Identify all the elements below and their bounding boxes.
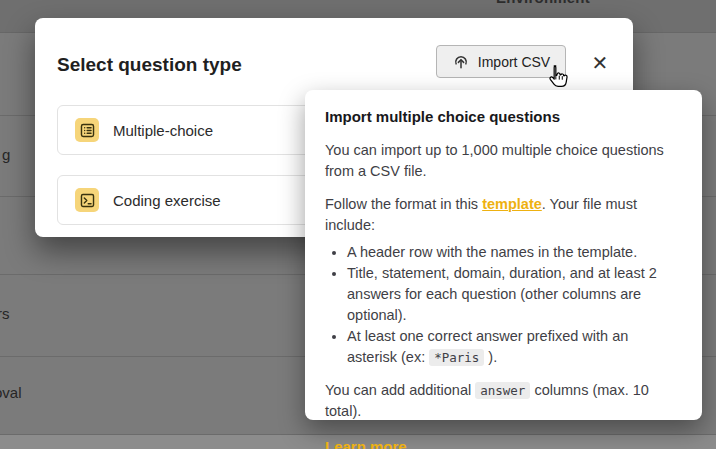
- dialog-title: Select question type: [57, 54, 242, 76]
- import-csv-button-label: Import CSV: [478, 54, 550, 70]
- code-chip-answer: answer: [475, 382, 530, 399]
- code-chip-paris: *Paris: [429, 349, 484, 366]
- tooltip-intro: You can import up to 1,000 multiple choi…: [325, 140, 682, 182]
- background-list-item-fragment: g: [2, 146, 10, 163]
- import-csv-button[interactable]: Import CSV: [436, 45, 566, 78]
- list-icon: [75, 118, 99, 142]
- tooltip-additional-line: You can add additional answer columns (m…: [325, 380, 682, 422]
- background-list-item-fragment: oval: [0, 384, 22, 401]
- bullet-text-after: ).: [484, 349, 497, 365]
- screen: Environment g rs oval Select question ty…: [0, 0, 716, 449]
- template-link[interactable]: template: [482, 196, 542, 212]
- format-text-before: Follow the format in this: [325, 196, 482, 212]
- list-item: Title, statement, domain, duration, and …: [347, 263, 682, 326]
- background-list-item-fragment: rs: [0, 305, 10, 322]
- question-type-label: Multiple-choice: [113, 122, 213, 139]
- close-icon[interactable]: ✕: [587, 50, 613, 76]
- additional-text-before: You can add additional: [325, 382, 475, 398]
- learn-more-link[interactable]: Learn more: [325, 436, 407, 449]
- background-nav-environment: Environment: [496, 0, 590, 6]
- list-item: A header row with the names in the templ…: [347, 242, 682, 263]
- list-item: At least one correct answer prefixed wit…: [347, 326, 682, 368]
- tooltip-format-line: Follow the format in this template. Your…: [325, 194, 682, 236]
- upload-icon: [452, 53, 470, 71]
- import-csv-tooltip: Import multiple choice questions You can…: [305, 90, 702, 420]
- tooltip-title: Import multiple choice questions: [325, 106, 682, 128]
- terminal-icon: [75, 188, 99, 212]
- question-type-label: Coding exercise: [113, 192, 221, 209]
- requirements-list: A header row with the names in the templ…: [325, 242, 682, 368]
